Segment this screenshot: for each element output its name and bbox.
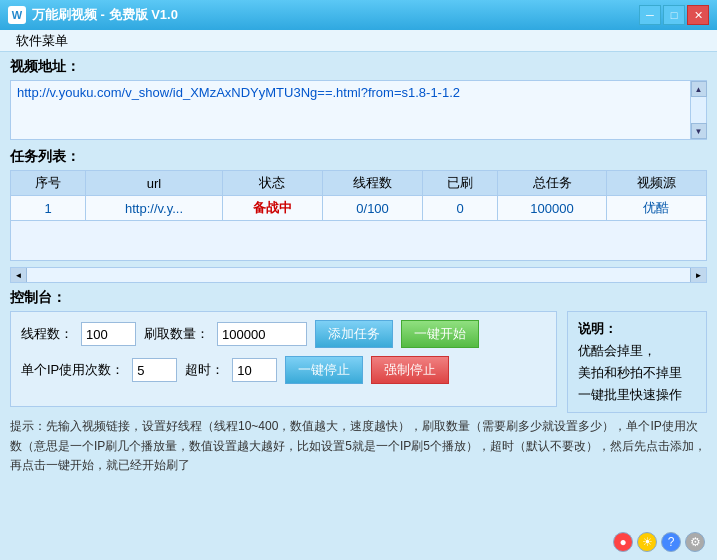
- col-index: 序号: [11, 171, 86, 196]
- cell-url: http://v.y...: [86, 196, 223, 221]
- url-scrollbar: ▲ ▼: [690, 81, 706, 139]
- note-title: 说明：: [578, 318, 696, 340]
- timeout-label: 超时：: [185, 361, 224, 379]
- thread-label: 线程数：: [21, 325, 73, 343]
- ip-usage-label: 单个IP使用次数：: [21, 361, 124, 379]
- note-line-1: 优酷会掉里，: [578, 340, 696, 362]
- task-table: 序号 url 状态 线程数 已刷 总任务 视频源 1 http://v.y...…: [10, 170, 707, 261]
- menu-item-software[interactable]: 软件菜单: [8, 30, 76, 52]
- sun-icon[interactable]: ☀: [637, 532, 657, 552]
- cell-source: 优酷: [606, 196, 706, 221]
- cell-status: 备战中: [222, 196, 322, 221]
- note-line-3: 一键批里快速操作: [578, 384, 696, 406]
- note-line-2: 美拍和秒拍不掉里: [578, 362, 696, 384]
- col-total: 总任务: [498, 171, 607, 196]
- col-url: url: [86, 171, 223, 196]
- brush-count-input[interactable]: [217, 322, 307, 346]
- maximize-button[interactable]: □: [663, 5, 685, 25]
- info-icon[interactable]: ?: [661, 532, 681, 552]
- record-icon[interactable]: ●: [613, 532, 633, 552]
- brush-count-label: 刷取数量：: [144, 325, 209, 343]
- control-row-1: 线程数： 刷取数量： 添加任务 一键开始: [21, 320, 546, 348]
- col-threads: 线程数: [323, 171, 423, 196]
- horizontal-scrollbar: ◄ ►: [10, 267, 707, 283]
- force-stop-button[interactable]: 强制停止: [371, 356, 449, 384]
- control-panel-label: 控制台：: [10, 289, 707, 307]
- title-bar-left: W 万能刷视频 - 免费版 V1.0: [8, 6, 178, 24]
- url-section: 视频地址： http://v.youku.com/v_show/id_XMzAx…: [10, 58, 707, 140]
- menu-bar: 软件菜单: [0, 30, 717, 52]
- note-panel: 说明： 优酷会掉里， 美拍和秒拍不掉里 一键批里快速操作: [567, 311, 707, 413]
- one-key-start-button[interactable]: 一键开始: [401, 320, 479, 348]
- app-icon: W: [8, 6, 26, 24]
- hscroll-left-btn[interactable]: ◄: [11, 268, 27, 282]
- timeout-input[interactable]: [232, 358, 277, 382]
- col-status: 状态: [222, 171, 322, 196]
- cell-threads: 0/100: [323, 196, 423, 221]
- main-content: 视频地址： http://v.youku.com/v_show/id_XMzAx…: [0, 52, 717, 485]
- scroll-down-btn[interactable]: ▼: [691, 123, 707, 139]
- one-key-stop-button[interactable]: 一键停止: [285, 356, 363, 384]
- control-row-2: 单个IP使用次数： 超时： 一键停止 强制停止: [21, 356, 546, 384]
- task-section-label: 任务列表：: [10, 148, 707, 166]
- gear-icon[interactable]: ⚙: [685, 532, 705, 552]
- tip-section: 提示：先输入视频链接，设置好线程（线程10~400，数值越大，速度越快），刷取数…: [10, 413, 707, 479]
- url-textarea[interactable]: http://v.youku.com/v_show/id_XMzAxNDYyMT…: [11, 81, 690, 139]
- bottom-toolbar: ● ☀ ? ⚙: [613, 532, 705, 552]
- col-source: 视频源: [606, 171, 706, 196]
- task-section: 任务列表： 序号 url 状态 线程数 已刷 总任务 视频源 1 http://…: [10, 148, 707, 261]
- control-section: 线程数： 刷取数量： 添加任务 一键开始 单个IP使用次数： 超时： 一键停止 …: [10, 311, 557, 407]
- ip-usage-input[interactable]: [132, 358, 177, 382]
- table-row-empty: [11, 221, 707, 261]
- table-row: 1 http://v.y... 备战中 0/100 0 100000 优酷: [11, 196, 707, 221]
- col-brushed: 已刷: [423, 171, 498, 196]
- cell-brushed: 0: [423, 196, 498, 221]
- scroll-track: [691, 97, 706, 123]
- url-section-label: 视频地址：: [10, 58, 707, 76]
- cell-total: 100000: [498, 196, 607, 221]
- hscroll-right-btn[interactable]: ►: [690, 268, 706, 282]
- controls-and-note: 线程数： 刷取数量： 添加任务 一键开始 单个IP使用次数： 超时： 一键停止 …: [10, 311, 707, 413]
- minimize-button[interactable]: ─: [639, 5, 661, 25]
- thread-input[interactable]: [81, 322, 136, 346]
- scroll-up-btn[interactable]: ▲: [691, 81, 707, 97]
- close-button[interactable]: ✕: [687, 5, 709, 25]
- title-bar: W 万能刷视频 - 免费版 V1.0 ─ □ ✕: [0, 0, 717, 30]
- url-textarea-wrapper: http://v.youku.com/v_show/id_XMzAxNDYyMT…: [10, 80, 707, 140]
- cell-index: 1: [11, 196, 86, 221]
- app-title: 万能刷视频 - 免费版 V1.0: [32, 6, 178, 24]
- add-task-button[interactable]: 添加任务: [315, 320, 393, 348]
- title-controls: ─ □ ✕: [639, 5, 709, 25]
- hscroll-track: [27, 268, 690, 282]
